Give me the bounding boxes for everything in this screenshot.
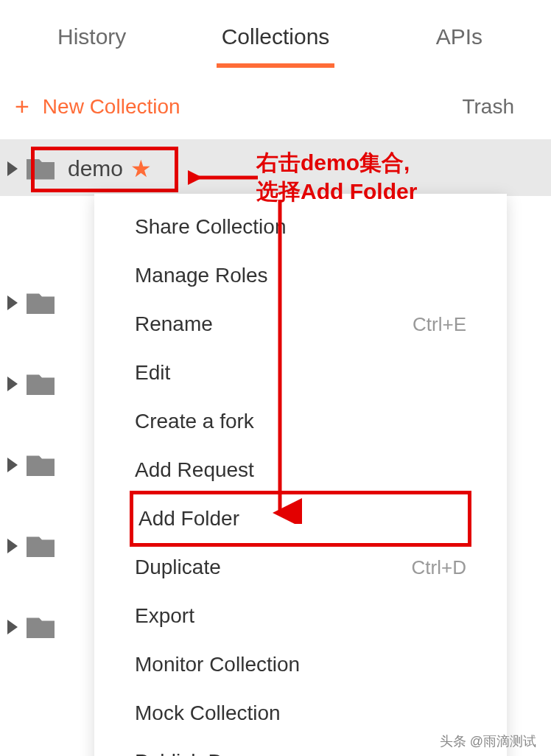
expand-arrow-icon	[7, 458, 18, 472]
tab-history[interactable]: History	[0, 6, 183, 68]
tab-collections[interactable]: Collections	[183, 6, 367, 68]
watermark: 头条 @雨滴测试	[440, 732, 536, 750]
new-collection-label: New Collection	[43, 95, 180, 119]
collection-row[interactable]	[0, 424, 94, 505]
menu-duplicate[interactable]: DuplicateCtrl+D	[94, 543, 507, 592]
context-menu: Share Collection Manage Roles RenameCtrl…	[94, 194, 507, 756]
collection-row-demo[interactable]: demo ★	[0, 141, 551, 196]
menu-add-request[interactable]: Add Request	[94, 446, 507, 494]
menu-rename[interactable]: RenameCtrl+E	[94, 300, 507, 349]
menu-edit[interactable]: Edit	[94, 349, 507, 397]
menu-export[interactable]: Export	[94, 592, 507, 640]
collection-name: demo	[68, 156, 123, 181]
menu-shortcut: Ctrl+E	[413, 313, 466, 336]
menu-add-folder[interactable]: Add Folder	[130, 491, 471, 547]
menu-mock-collection[interactable]: Mock Collection	[94, 689, 507, 738]
trash-link[interactable]: Trash	[462, 95, 514, 119]
menu-manage-roles[interactable]: Manage Roles	[94, 251, 507, 300]
menu-share-collection[interactable]: Share Collection	[94, 203, 507, 251]
folder-icon	[27, 616, 55, 638]
folder-icon	[27, 454, 55, 476]
folder-icon	[27, 373, 55, 395]
folder-icon	[27, 535, 55, 557]
plus-icon: +	[15, 92, 29, 121]
expand-arrow-icon	[7, 539, 18, 553]
expand-arrow-icon	[7, 161, 18, 176]
tab-apis[interactable]: APIs	[368, 6, 551, 68]
expand-arrow-icon	[7, 377, 18, 391]
collection-row[interactable]	[0, 505, 94, 587]
collection-row[interactable]	[0, 262, 94, 343]
folder-icon	[27, 158, 55, 180]
menu-monitor-collection[interactable]: Monitor Collection	[94, 640, 507, 689]
new-collection-button[interactable]: + New Collection	[15, 92, 180, 121]
collection-row[interactable]	[0, 587, 94, 668]
expand-arrow-icon	[7, 620, 18, 634]
collection-row[interactable]	[0, 343, 94, 424]
folder-icon	[27, 292, 55, 314]
expand-arrow-icon	[7, 295, 18, 310]
menu-shortcut: Ctrl+D	[412, 556, 466, 579]
star-icon: ★	[130, 155, 152, 183]
menu-create-fork[interactable]: Create a fork	[94, 397, 507, 446]
